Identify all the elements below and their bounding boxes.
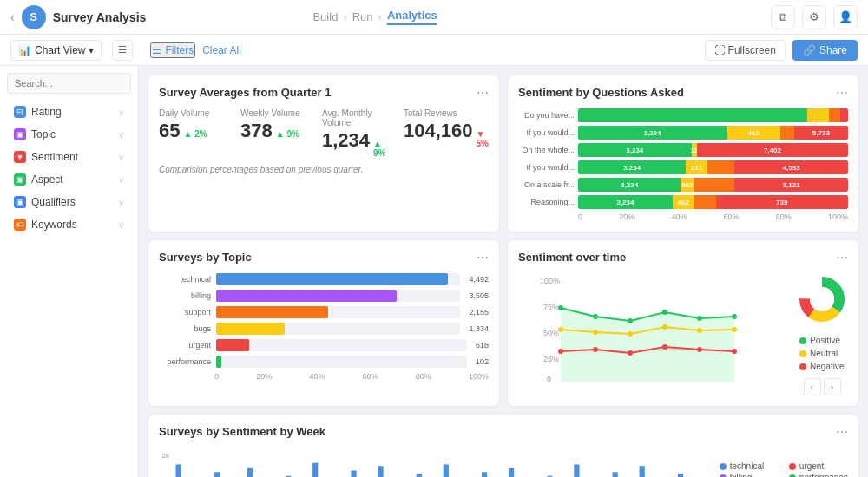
metric-weekly-value: 378 ▲ 9%: [240, 120, 308, 142]
svg-rect-62: [351, 471, 356, 477]
qualifiers-icon: ▣: [14, 196, 26, 208]
clear-all-button[interactable]: Clear All: [202, 44, 241, 56]
filter-icon: ⚌: [152, 44, 161, 56]
metric-total: Total Reviews 104,160 ▼ 5%: [404, 108, 489, 158]
sentiment-legend: Positive Neutral Negative: [796, 336, 848, 371]
sentiment-questions-menu[interactable]: ⋯: [836, 86, 848, 100]
topic-row-urgent: urgent 618: [159, 339, 489, 351]
time-next-button[interactable]: ›: [824, 378, 841, 395]
main-toolbar: 📊 Chart View ▾ ☰ ⚌ Filters Clear All ⛶ F…: [0, 35, 868, 66]
nav-analytics[interactable]: Analytics: [387, 9, 437, 25]
svg-point-10: [662, 310, 667, 315]
svg-text:50%: 50%: [543, 329, 559, 337]
sentiment-bar-3: 3,234 12 7,402: [578, 143, 848, 157]
metric-monthly-value: 1,234 ▲ 9%: [322, 129, 390, 158]
sidebar-item-sentiment[interactable]: ♥ Sentiment ∨: [7, 146, 131, 168]
nav-run[interactable]: Run: [352, 10, 373, 23]
metric-total-label: Total Reviews: [404, 108, 489, 118]
sidebar-item-rating[interactable]: ⊟ Rating ∨: [7, 101, 131, 123]
svg-rect-44: [214, 472, 220, 477]
legend-negative: Negative: [799, 362, 848, 371]
fullscreen-button[interactable]: ⛶ Fullscreen: [705, 40, 786, 61]
svg-point-16: [662, 324, 667, 330]
sentiment-bar-1: [578, 108, 848, 122]
app-title: Survey Analysis: [53, 10, 147, 24]
aspect-icon: ▣: [14, 173, 26, 186]
survey-averages-title: Survey Averages from Quarter 1: [159, 86, 331, 99]
topic-row-billing: billing 3,505: [159, 290, 489, 302]
donut-svg: [796, 273, 848, 325]
legend-billing: billing: [720, 473, 779, 477]
survey-averages-card: Survey Averages from Quarter 1 ⋯ Daily V…: [148, 75, 500, 232]
sentiment-questions-card: Sentiment by Questions Asked ⋯ Do you ha…: [507, 75, 859, 232]
keywords-label: Keywords: [31, 219, 77, 231]
share-button[interactable]: 🔗 Share: [792, 40, 858, 61]
nav-build[interactable]: Build: [312, 10, 338, 23]
copy-icon-button[interactable]: ⧉: [771, 5, 795, 29]
survey-averages-menu[interactable]: ⋯: [477, 86, 489, 100]
aspect-label: Aspect: [31, 173, 63, 186]
topic-chevron: ∨: [118, 130, 124, 140]
svg-rect-78: [482, 472, 487, 477]
metric-note: Comparision percentages based on previou…: [159, 165, 489, 174]
sentiment-row-6: Reasoning... 3,234 462 739: [518, 195, 848, 209]
chart-icon: 📊: [18, 44, 31, 56]
sidebar-toggle-button[interactable]: ☰: [112, 40, 133, 61]
search-input[interactable]: [7, 73, 131, 94]
topic-chart: technical 4,492 billing 3,505: [159, 273, 489, 381]
svg-point-21: [628, 350, 633, 356]
svg-rect-72: [444, 464, 449, 477]
surveys-topic-menu[interactable]: ⋯: [477, 251, 489, 265]
svg-point-23: [697, 347, 702, 352]
metric-daily: Daily Volume 65 ▲ 2%: [159, 108, 227, 158]
settings-icon-button[interactable]: ⚙: [802, 5, 826, 29]
sentiment-icon: ♥: [14, 151, 26, 163]
sentiment-row-4: If you would... 3,234 211 4,533: [518, 160, 848, 174]
nav-arrow-1: ›: [343, 10, 346, 23]
legend-neutral: Neutral: [799, 349, 848, 358]
qualifiers-label: Qualifiers: [31, 196, 76, 208]
svg-point-14: [593, 330, 598, 335]
svg-text:2k: 2k: [162, 452, 169, 460]
svg-point-15: [628, 331, 633, 337]
svg-point-22: [662, 344, 667, 350]
sentiment-questions-header: Sentiment by Questions Asked ⋯: [518, 86, 848, 100]
sentiment-time-chart-area: 100% 75% 50% 25% 0: [518, 273, 786, 395]
sidebar-item-keywords[interactable]: 🏷 Keywords ∨: [7, 213, 131, 236]
chart-view-label: Chart View: [35, 44, 85, 56]
svg-rect-102: [678, 474, 683, 477]
sentiment-time-right: Positive Neutral Negative: [792, 273, 848, 395]
sentiment-time-menu[interactable]: ⋯: [836, 251, 848, 265]
positive-dot: [799, 337, 806, 344]
svg-point-11: [697, 316, 702, 321]
sidebar-item-qualifiers[interactable]: ▣ Qualifiers ∨: [7, 191, 131, 213]
legend-performance: performance: [789, 473, 848, 477]
chart-view-button[interactable]: 📊 Chart View ▾: [10, 40, 102, 61]
positive-label: Positive: [810, 336, 840, 345]
sentiment-row-2: If you would... 1,234 462 5,733: [518, 126, 848, 140]
fullscreen-label: Fullscreen: [728, 44, 776, 56]
topic-row-technical: technical 4,492: [159, 273, 489, 285]
share-label: Share: [819, 44, 847, 56]
row-middle: Surveys by Topic ⋯ technical 4,492 billi…: [148, 239, 859, 407]
metric-daily-value: 65 ▲ 2%: [159, 120, 227, 142]
bar-chart-area: 2k 1k 0: [159, 444, 713, 477]
metric-monthly: Avg. Monthly Volume 1,234 ▲ 9%: [322, 108, 390, 158]
sidebar-item-topic[interactable]: ▣ Topic ∨: [7, 123, 131, 146]
time-prev-button[interactable]: ‹: [804, 378, 821, 395]
svg-point-34: [810, 287, 834, 311]
filters-button[interactable]: ⚌ Filters: [150, 42, 195, 58]
qualifiers-chevron: ∨: [118, 198, 124, 207]
back-button[interactable]: ‹: [10, 10, 15, 24]
svg-point-18: [732, 327, 737, 332]
topic-axis: 0 20% 40% 60% 80% 100%: [214, 372, 489, 381]
negative-label: Negative: [810, 362, 844, 371]
user-icon-button[interactable]: 👤: [833, 5, 858, 29]
svg-point-13: [558, 327, 563, 332]
svg-point-19: [558, 349, 563, 354]
sentiment-row-5: On a scale fr... 3,234 902 3,121: [518, 178, 848, 192]
svg-rect-64: [378, 466, 383, 477]
sentiment-week-menu[interactable]: ⋯: [836, 425, 848, 439]
aspect-chevron: ∨: [118, 175, 124, 185]
sidebar-item-aspect[interactable]: ▣ Aspect ∨: [7, 168, 131, 191]
